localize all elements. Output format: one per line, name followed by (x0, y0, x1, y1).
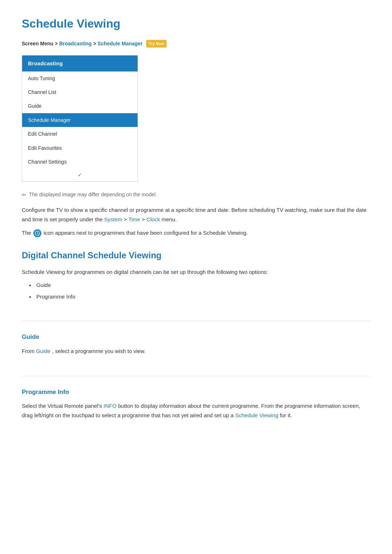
menu-item-channel-list[interactable]: Channel List (22, 85, 138, 99)
clock-note-text: icon appears next to programmes that hav… (44, 230, 248, 236)
breadcrumb-prefix: Screen Menu > (22, 40, 58, 48)
intro-paragraph: Configure the TV to show a specific chan… (22, 205, 370, 224)
guide-text-after: , select a programme you wish to view. (52, 348, 146, 354)
try-now-badge[interactable]: Try Now (146, 40, 167, 48)
subsection-title-programme-info: Programme Info (22, 387, 370, 397)
page-title: Schedule Viewing (22, 15, 370, 33)
note-text: The displayed image may differ depending… (29, 190, 157, 198)
clock-icon-note: The icon appears next to programmes that… (22, 228, 370, 238)
menu-item-guide[interactable]: Guide (22, 99, 138, 113)
guide-paragraph: From Guide , select a programme you wish… (22, 346, 370, 356)
guide-link[interactable]: Guide (36, 348, 50, 354)
bullet-item-guide: Guide (29, 281, 370, 290)
schedule-viewing-link[interactable]: Schedule Viewing (235, 412, 278, 418)
prog-text1: Select the Virtual Remote panel's (22, 403, 102, 409)
divider-programme-info (22, 376, 370, 376)
menu-item-edit-favourites[interactable]: Edit Favourites (22, 141, 138, 155)
bullet-list: Guide Programme Info (29, 281, 370, 301)
subsection-title-guide: Guide (22, 332, 370, 342)
menu-box: Broadcasting Auto Tuning Channel List Gu… (22, 55, 138, 182)
breadcrumb-link-schedule-manager[interactable]: Schedule Manager (98, 40, 143, 48)
breadcrumb: Screen Menu > Broadcasting > Schedule Ma… (22, 40, 370, 48)
prog-text3: for it. (280, 412, 292, 418)
intro-text1: Configure the TV to show a specific chan… (22, 207, 367, 222)
intro-text3: > (142, 216, 145, 222)
divider-guide (22, 321, 370, 321)
note-row: ✏ The displayed image may differ dependi… (22, 190, 370, 199)
menu-item-edit-channel[interactable]: Edit Channel (22, 127, 138, 141)
menu-header: Broadcasting (22, 56, 138, 71)
intro-link-system[interactable]: System (104, 216, 122, 222)
guide-text-before: From (22, 348, 34, 354)
pencil-icon: ✏ (22, 191, 26, 199)
menu-item-auto-tuning[interactable]: Auto Tuning (22, 71, 138, 85)
menu-item-channel-settings[interactable]: Channel Settings (22, 155, 138, 169)
clock-icon (33, 229, 41, 237)
intro-text4: menu. (162, 216, 177, 222)
breadcrumb-sep1: > (93, 40, 96, 48)
section-title: Digital Channel Schedule Viewing (22, 249, 370, 262)
intro-text2: > (124, 216, 127, 222)
info-link[interactable]: INFO (103, 403, 117, 409)
section-intro: Schedule Viewing for programmes on digit… (22, 267, 370, 277)
menu-chevron-icon: ✓ (22, 169, 138, 181)
programme-info-paragraph: Select the Virtual Remote panel's INFO b… (22, 401, 370, 420)
breadcrumb-link-broadcasting[interactable]: Broadcasting (59, 40, 91, 48)
the-text: The (22, 230, 33, 236)
bullet-item-programme-info: Programme Info (29, 292, 370, 301)
intro-link-clock[interactable]: Clock (147, 216, 160, 222)
intro-link-time[interactable]: Time (128, 216, 140, 222)
menu-item-schedule-manager[interactable]: Schedule Manager (22, 113, 138, 127)
